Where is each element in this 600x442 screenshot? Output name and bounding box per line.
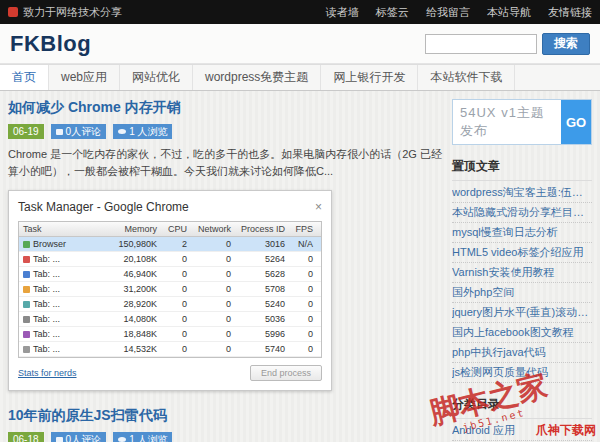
col-fps: FPS — [289, 222, 317, 236]
sidebar-link[interactable]: Varnish安装使用教程 — [452, 263, 592, 283]
table-row: Tab: ... 20,108K 0 0 5264 0 — [19, 252, 321, 267]
tab-icon — [23, 316, 30, 323]
date-badge: 06-19 — [8, 124, 44, 139]
table-row: Browser 150,980K 2 0 3016 N/A — [19, 237, 321, 252]
tab-icon — [23, 256, 30, 263]
col-task: Task — [19, 222, 105, 236]
nav-item-home[interactable]: 首页 — [0, 65, 49, 90]
comments-badge[interactable]: 0人评论 — [51, 124, 107, 139]
comments-count: 0人评论 — [66, 125, 102, 138]
task-manager-title: Task Manager - Google Chrome — [18, 200, 189, 214]
col-cpu: CPU — [161, 222, 191, 236]
tab-icon — [23, 271, 30, 278]
sidebar: 54UX v1主题发布 GO 置顶文章 wordpress淘宝客主题:伍欣乐淘模… — [452, 99, 592, 442]
tab-icon — [23, 301, 30, 308]
sidebar-link[interactable]: 国外php空间 — [452, 283, 592, 303]
tab-icon — [23, 286, 30, 293]
comments-count: 0人评论 — [66, 433, 102, 442]
col-memory: Memory — [105, 222, 161, 236]
topbar-link-message[interactable]: 给我留言 — [426, 6, 470, 18]
table-row: Tab: ... 14,080K 0 0 5036 0 — [19, 312, 321, 327]
article-chrome-memory: 如何减少 Chrome 内存开销 06-19 0人评论 1 人浏览 Chrome… — [8, 99, 442, 391]
views-badge: 1 人浏览 — [113, 432, 172, 442]
article-title[interactable]: 如何减少 Chrome 内存开销 — [8, 99, 442, 117]
browser-icon — [23, 241, 30, 248]
tab-icon — [23, 331, 30, 338]
site-icon — [8, 7, 18, 17]
article-excerpt: Chrome 是一个吃内存的家伙，不过，吃的多干的也多。如果电脑内存很小的话（2… — [8, 146, 442, 180]
table-row: Tab: ... 18,848K 0 0 5996 0 — [19, 327, 321, 342]
nav-item-downloads[interactable]: 本站软件下载 — [418, 65, 515, 90]
col-process-id: Process ID — [235, 222, 289, 236]
topbar-link-tagcloud[interactable]: 标签云 — [376, 6, 409, 18]
sidebar-link[interactable]: 本站隐藏式滑动分享栏目代码分享 — [452, 203, 592, 223]
sidebar-link[interactable]: mysql慢查询日志分析 — [452, 223, 592, 243]
search-input[interactable] — [425, 34, 537, 54]
go-button[interactable]: GO — [561, 100, 591, 144]
nav-item-seo[interactable]: 网站优化 — [120, 65, 193, 90]
nav-item-webapp[interactable]: web应用 — [49, 65, 120, 90]
task-manager-screenshot: Task Manager - Google Chrome × Task Memo… — [8, 190, 332, 391]
sidebar-link[interactable]: js检测网页质量代码 — [452, 363, 592, 383]
table-row: Tab: ... 14,532K 0 0 5740 0 — [19, 342, 321, 357]
end-process-button: End process — [250, 365, 322, 381]
comments-badge[interactable]: 0人评论 — [51, 432, 107, 442]
table-row: Tab: ... 46,940K 0 0 5628 0 — [19, 267, 321, 282]
views-count: 1 人浏览 — [129, 433, 167, 442]
sidebar-link[interactable]: wordpress淘宝客主题:伍欣乐淘模板 — [452, 183, 592, 203]
article-js-minesweeper: 10年前的原生JS扫雷代码 06-18 0人评论 1 人浏览 10年前IE5.5… — [8, 407, 442, 442]
section-title: 分类目录 — [452, 396, 592, 419]
sidebar-link[interactable]: jquery图片水平(垂直)滚动插件 — [452, 303, 592, 323]
table-row: Tab: ... 31,200K 0 0 5708 0 — [19, 282, 321, 297]
main-column: 如何减少 Chrome 内存开销 06-19 0人评论 1 人浏览 Chrome… — [8, 99, 442, 442]
close-icon: × — [315, 201, 322, 213]
topbar: 致力于网络技术分享 读者墙 标签云 给我留言 本站导航 友情链接 — [0, 0, 600, 24]
task-manager-table: Task Memory CPU Network Process ID FPS B… — [18, 221, 322, 358]
table-header: Task Memory CPU Network Process ID FPS — [19, 222, 321, 237]
views-count: 1 人浏览 — [129, 125, 167, 138]
sidebar-link[interactable]: HTML5 video标签介绍应用 — [452, 243, 592, 263]
watermark-corner-text: 爪神下载网 — [536, 422, 596, 439]
date-badge: 06-18 — [8, 432, 44, 442]
topbar-link-guestwall[interactable]: 读者墙 — [326, 6, 359, 18]
sticky-posts-section: 置顶文章 wordpress淘宝客主题:伍欣乐淘模板 本站隐藏式滑动分享栏目代码… — [452, 158, 592, 383]
comment-icon — [56, 129, 63, 135]
stats-for-nerds-link: Stats for nerds — [18, 368, 77, 378]
col-network: Network — [191, 222, 235, 236]
main-nav: 首页 web应用 网站优化 wordpress免费主题 网上银行开发 本站软件下… — [0, 64, 600, 91]
tab-icon — [23, 346, 30, 353]
topbar-link-sitenav[interactable]: 本站导航 — [487, 6, 531, 18]
site-tagline: 致力于网络技术分享 — [23, 5, 122, 20]
banner-text: 54UX v1主题发布 — [453, 100, 561, 144]
article-title[interactable]: 10年前的原生JS扫雷代码 — [8, 407, 442, 425]
theme-banner[interactable]: 54UX v1主题发布 GO — [452, 99, 592, 145]
search-box: 搜索 — [425, 33, 590, 55]
section-title: 置顶文章 — [452, 158, 592, 181]
table-row: Tab: ... 28,920K 0 0 5240 0 — [19, 297, 321, 312]
eye-icon — [118, 437, 126, 442]
header: FKBlog 搜索 — [0, 24, 600, 64]
nav-item-ebank[interactable]: 网上银行开发 — [321, 65, 418, 90]
eye-icon — [118, 129, 126, 134]
views-badge: 1 人浏览 — [113, 124, 172, 139]
sidebar-link[interactable]: 国内上facebook图文教程 — [452, 323, 592, 343]
comment-icon — [56, 437, 63, 442]
topbar-link-friends[interactable]: 友情链接 — [548, 6, 592, 18]
search-button[interactable]: 搜索 — [542, 33, 590, 55]
nav-item-wp-themes[interactable]: wordpress免费主题 — [193, 65, 321, 90]
site-logo[interactable]: FKBlog — [10, 31, 91, 57]
article-meta: 06-18 0人评论 1 人浏览 — [8, 432, 442, 442]
sidebar-link[interactable]: php中执行java代码 — [452, 343, 592, 363]
article-meta: 06-19 0人评论 1 人浏览 — [8, 124, 442, 139]
